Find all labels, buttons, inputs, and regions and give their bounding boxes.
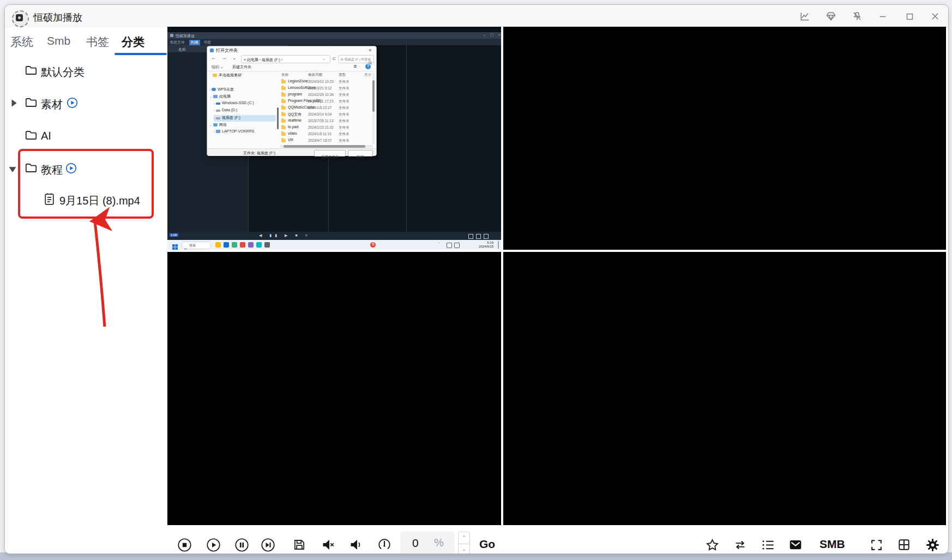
embedded-player-titlebar: 恒硕加播放 – ▢ × (167, 32, 501, 39)
favorite-button[interactable] (704, 537, 720, 553)
category-label: 默认分类 (41, 65, 85, 80)
smb-button[interactable]: SMB (820, 538, 845, 551)
dialog-icon (210, 49, 214, 52)
go-button[interactable]: Go (479, 538, 495, 551)
folder-icon (24, 95, 38, 112)
dialog-organize-button: 组织 ⌄ (212, 64, 224, 70)
save-icon (292, 538, 306, 552)
close-button[interactable] (926, 8, 944, 25)
play-icon (206, 538, 221, 552)
ime-badge-icon: S (370, 242, 376, 248)
video-pane-bottom-right[interactable] (503, 252, 946, 525)
play-button[interactable] (205, 537, 221, 553)
fullscreen-button[interactable] (868, 537, 884, 553)
tray-network-icon (447, 243, 452, 248)
folder-icon (281, 139, 286, 142)
dialog-file-row: to pad 2024/1/23 21:02 文件夹 (280, 124, 373, 131)
show-desktop-button (498, 241, 499, 249)
embedded-tab: 系统文件 (170, 40, 185, 45)
dialog-file-row: realtime 2023/7/25 11:13 文件夹 (280, 118, 373, 124)
col-type: 类型 (339, 73, 346, 77)
save-button[interactable] (291, 537, 308, 553)
fullscreen-icon (870, 538, 883, 552)
sidebar-item-material[interactable]: 素材 (5, 93, 163, 113)
embedded-tab: 书签 (203, 40, 211, 45)
dialog-file-row: program 2024/2/29 10:34 文件夹 (280, 92, 373, 98)
pin-off-icon (852, 11, 863, 22)
next-button[interactable] (260, 537, 276, 553)
gear-icon (925, 538, 940, 552)
dialog-tree-item: ›Windows-SSD (C:) (214, 101, 254, 107)
tab-system[interactable]: 系统 (10, 34, 33, 50)
dialog-footer: 文件夹: 视频盘 (F:) 选择文件夹 取消 (207, 148, 376, 156)
sidebar-item-ai[interactable]: AI (5, 126, 163, 146)
folder-icon (281, 100, 286, 103)
skip-next-icon (261, 538, 275, 552)
dialog-file-row: LenovoSoftstore 2023/3/21 9:12 文件夹 (280, 85, 373, 92)
dialog-select-button: 选择文件夹 (314, 150, 346, 156)
dialog-breadcrumb: « 此电脑 › 视频盘 (F:) › ⌄ (241, 55, 330, 63)
video-pane-top-right[interactable] (503, 27, 946, 250)
search-icon (184, 244, 188, 250)
speed-gauge-icon (377, 538, 391, 552)
embedded-time-badge: 1:06 (170, 233, 178, 237)
dialog-tree-item: ⌄网络 (209, 122, 227, 129)
video-pane-top-left[interactable]: 恒硕加播放 – ▢ × 系统文件 列表 书签 名称 操作 打开文件夹 × ← →… (167, 27, 501, 250)
tray-clock-time: 5:19 (466, 241, 493, 244)
col-size: 大小 (364, 73, 371, 77)
pause-button[interactable] (233, 537, 250, 553)
sidebar-item-default-category[interactable]: 默认分类 (5, 61, 163, 81)
settings-button[interactable] (924, 537, 941, 553)
message-button[interactable] (787, 537, 804, 553)
playlist-button[interactable] (760, 537, 776, 553)
folder-icon (281, 87, 286, 90)
stats-chart-button[interactable] (796, 8, 814, 25)
mute-icon (321, 538, 335, 552)
taskbar-app-icon (256, 242, 262, 248)
stepper-up-button[interactable]: ⌃ (459, 532, 469, 544)
percent-input[interactable]: 0 % (400, 532, 455, 554)
dialog-file-row: LegionZone 2024/3/10 10:23 文件夹 (280, 79, 373, 85)
dialog-file-row: VR 2023/4/7 15:07 文件夹 (280, 137, 373, 144)
folder-icon (24, 63, 38, 80)
tab-smb[interactable]: Smb (47, 34, 70, 47)
embedded-playback-icons: ◀ ▮▮ ▶ ■ ≡ (259, 233, 311, 238)
taskbar-app-icon (264, 242, 270, 248)
embedded-file-dialog: 打开文件夹 × ← → ⌄ ↑ « 此电脑 › 视频盘 (F:) › ⌄ C 在… (207, 46, 377, 156)
stop-button[interactable] (176, 537, 192, 553)
dialog-divider (207, 71, 376, 71)
play-category-icon[interactable] (67, 97, 78, 109)
folder-icon (281, 119, 286, 123)
volume-button[interactable] (348, 537, 364, 553)
dialog-search-placeholder: 在 视频盘 (F:) 中搜索 (340, 57, 371, 62)
dialog-file-row: video 2024/1/5 11:10 文件夹 (280, 131, 373, 137)
minimize-button[interactable] (874, 8, 891, 25)
video-desktop-edge (167, 27, 501, 32)
stepper-down-button[interactable]: ⌄ (459, 544, 469, 554)
category-label: AI (41, 130, 51, 142)
diamond-icon (826, 11, 836, 22)
tray-volume-icon (454, 243, 460, 248)
folder-icon (281, 133, 286, 136)
tab-bookmarks[interactable]: 书签 (86, 34, 109, 50)
video-pane-bottom-left[interactable] (167, 252, 501, 525)
grid-layout-button[interactable] (896, 537, 912, 553)
speed-button[interactable] (376, 537, 393, 553)
embedded-taskbar: 搜索 S ˆ 5:19 2024/9/15 (167, 240, 501, 250)
percent-stepper[interactable]: ⌃ ⌄ (458, 532, 470, 554)
embedded-grid-line (406, 45, 407, 232)
maximize-button[interactable] (901, 8, 918, 25)
embedded-settings-icon (476, 234, 481, 239)
pin-toggle-button[interactable] (848, 8, 866, 25)
loop-mode-button[interactable] (732, 537, 748, 553)
category-label: 素材 (41, 97, 63, 112)
tab-categories[interactable]: 分类 (122, 34, 144, 50)
col-date: 修改日期 (308, 73, 322, 77)
maximize-icon (905, 12, 914, 21)
help-icon: ? (365, 64, 371, 69)
mute-button[interactable] (320, 537, 336, 553)
dialog-cancel-button: 取消 (348, 150, 373, 156)
dialog-title: 打开文件夹 (216, 47, 238, 53)
premium-button[interactable] (822, 8, 840, 25)
dropdown-caret-icon: ⌄ (322, 57, 326, 61)
